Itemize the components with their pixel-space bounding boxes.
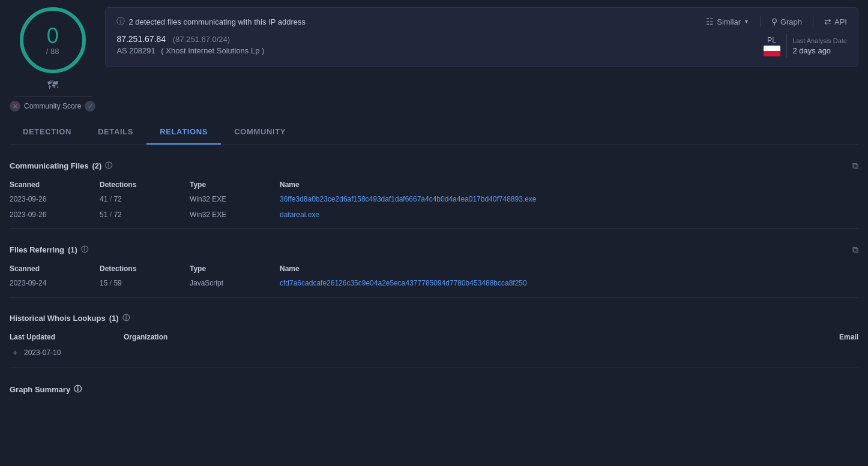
tabs-bar: DETECTION DETAILS RELATIONS COMMUNITY [10, 120, 858, 145]
tab-details[interactable]: DETAILS [85, 120, 146, 145]
info-icon-whois[interactable]: ⓘ [122, 313, 130, 323]
whois-table: Last Updated Organization Email + 2023-0… [10, 330, 858, 362]
divider-vertical [786, 34, 787, 58]
info-icon-graph[interactable]: ⓘ [74, 384, 82, 395]
col-scanned: Scanned [10, 181, 94, 189]
api-button[interactable]: ⇄ API [824, 17, 847, 26]
table-header: Scanned Detections Type Name [10, 178, 858, 191]
info-icon-ref[interactable]: ⓘ [81, 245, 88, 255]
graph-button[interactable]: ⚲ Graph [771, 17, 802, 26]
col-detections: Detections [100, 181, 184, 189]
ip-address-line: 87.251.67.84 (87.251.67.0/24) [116, 34, 264, 44]
cell-type-2: Win32 EXE [190, 211, 274, 219]
close-button[interactable]: ✕ [10, 101, 20, 112]
copy-icon-comm[interactable]: ⧉ [852, 161, 858, 171]
tab-relations[interactable]: RELATIONS [146, 120, 221, 145]
ip-details: 87.251.67.84 (87.251.67.0/24) AS 208291 … [116, 34, 264, 55]
check-icon[interactable]: ✓ [85, 101, 95, 112]
files-referring-title: Files Referring (1) ⓘ [10, 245, 88, 255]
score-value: 0 [47, 25, 59, 47]
col-last-updated: Last Updated [10, 333, 118, 341]
location-info: PL Last Analysis Date 2 days ago [764, 34, 848, 58]
table-header-ref: Scanned Detections Type Name [10, 262, 858, 275]
files-referring-header: Files Referring (1) ⓘ ⧉ [10, 245, 858, 255]
cell-name-1[interactable]: 36ffe3d8a0b23ce2d6af158c493daf1daf6667a4… [280, 195, 858, 203]
whois-header-row: Last Updated Organization Email [10, 330, 858, 344]
alert-text: ⓘ 2 detected files communicating with th… [116, 16, 306, 27]
cell-type-1: Win32 EXE [190, 195, 274, 203]
graph-summary-title: Graph Summary ⓘ [10, 384, 858, 395]
divider [760, 16, 761, 27]
community-score-bar: ✕ Community Score ✓ [10, 101, 95, 112]
table-row: 2023-09-26 51 / 72 Win32 EXE datareal.ex… [10, 207, 858, 223]
whois-header: Historical Whois Lookups (1) ⓘ [10, 313, 858, 323]
table-row: 2023-09-26 41 / 72 Win32 EXE 36ffe3d8a0b… [10, 191, 858, 207]
cell-scanned-ref-1: 2023-09-24 [10, 279, 94, 287]
col-scanned-ref: Scanned [10, 264, 94, 273]
cell-scanned-1: 2023-09-26 [10, 195, 94, 203]
analysis-date: Last Analysis Date 2 days ago [793, 37, 848, 55]
asn-line: AS 208291 ( Xhost Internet Solutions Lp … [116, 46, 264, 55]
copy-icon-ref[interactable]: ⧉ [852, 245, 858, 255]
cell-name-2[interactable]: datareal.exe [280, 211, 858, 219]
files-referring-section: Files Referring (1) ⓘ ⧉ Scanned Detectio… [10, 235, 858, 297]
communicating-files-table: Scanned Detections Type Name 2023-09-26 … [10, 178, 858, 223]
graph-summary-section: Graph Summary ⓘ [10, 374, 858, 404]
communicating-files-section: Communicating Files (2) ⓘ ⧉ Scanned Dete… [10, 151, 858, 229]
col-type-ref: Type [190, 264, 274, 273]
location-icon: 🗺 [47, 79, 58, 92]
info-icon-comm[interactable]: ⓘ [105, 161, 112, 171]
cell-name-ref-1[interactable]: cfd7a6cadcafe26126c35c9e04a2e5eca4377785… [280, 279, 858, 287]
similar-icon: ☷ [706, 17, 714, 26]
community-score-label: Community Score [24, 102, 81, 110]
cell-detections-1: 41 / 72 [100, 195, 184, 203]
dropdown-arrow: ▼ [744, 19, 749, 25]
files-referring-table: Scanned Detections Type Name 2023-09-24 … [10, 262, 858, 291]
action-buttons: ☷ Similar ▼ ⚲ Graph ⇄ API [706, 16, 847, 27]
table-row-ref: 2023-09-24 15 / 59 JavaScript cfd7a6cadc… [10, 275, 858, 291]
communicating-files-header: Communicating Files (2) ⓘ ⧉ [10, 161, 858, 171]
score-total: / 88 [46, 47, 59, 56]
api-icon: ⇄ [824, 17, 831, 26]
tab-detection[interactable]: DETECTION [10, 120, 85, 145]
ip-info-row: 87.251.67.84 (87.251.67.0/24) AS 208291 … [116, 34, 847, 58]
col-type: Type [190, 181, 274, 189]
historical-whois-section: Historical Whois Lookups (1) ⓘ Last Upda… [10, 303, 858, 368]
country-flag: PL [764, 36, 780, 56]
score-section: 0 / 88 🗺 ✕ Community Score ✓ [10, 7, 95, 112]
score-circle: 0 / 88 [20, 7, 86, 73]
col-detections-ref: Detections [100, 264, 184, 273]
info-card: ⓘ 2 detected files communicating with th… [105, 7, 858, 67]
col-organization: Organization [124, 333, 304, 341]
info-card-header: ⓘ 2 detected files communicating with th… [116, 16, 847, 27]
cell-scanned-2: 2023-09-26 [10, 211, 94, 219]
similar-button[interactable]: ☷ Similar ▼ [706, 17, 749, 26]
cell-detections-2: 51 / 72 [100, 211, 184, 219]
divider [813, 16, 813, 27]
whois-title: Historical Whois Lookups (1) ⓘ [10, 313, 130, 323]
col-name: Name [280, 181, 858, 189]
whois-data-row: + 2023-07-10 [10, 344, 858, 362]
cell-type-ref-1: JavaScript [190, 279, 274, 287]
expand-button[interactable]: + [10, 347, 20, 358]
cell-detections-ref-1: 15 / 59 [100, 279, 184, 287]
cell-last-updated: 2023-07-10 [24, 348, 61, 357]
col-name-ref: Name [280, 264, 858, 273]
info-icon: ⓘ [116, 16, 125, 27]
tab-community[interactable]: COMMUNITY [221, 120, 299, 145]
expand-row: + 2023-07-10 [10, 347, 118, 358]
graph-icon: ⚲ [771, 17, 777, 26]
col-email: Email [310, 333, 858, 341]
flag-poland [764, 46, 780, 56]
communicating-files-title: Communicating Files (2) ⓘ [10, 161, 112, 171]
